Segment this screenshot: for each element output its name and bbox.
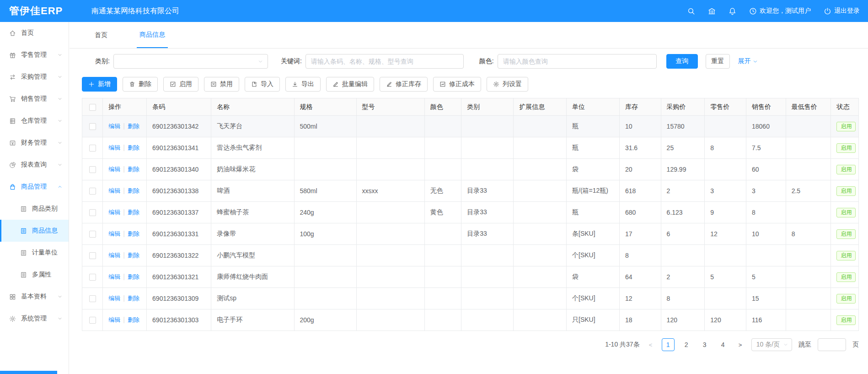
sidebar-item-measure-unit[interactable]: 计量单位 <box>0 242 69 264</box>
row-checkbox[interactable] <box>89 123 96 130</box>
stock-cell: 17 <box>619 223 661 245</box>
tab-home[interactable]: 首页 <box>92 22 110 48</box>
keyword-label: 关键词: <box>281 57 302 65</box>
sidebar-item-product[interactable]: 商品管理 <box>0 176 69 198</box>
bell-icon[interactable] <box>729 7 736 15</box>
delete-link[interactable]: 删除 <box>128 123 139 130</box>
add-button[interactable]: 新增 <box>82 77 117 92</box>
disable-button[interactable]: 禁用 <box>204 77 239 92</box>
trash-icon <box>129 81 135 87</box>
tab-product-info[interactable]: 商品信息 <box>137 22 168 48</box>
row-checkbox-cell <box>82 223 103 245</box>
edit-link[interactable]: 编辑 <box>108 144 120 151</box>
search-button[interactable]: 查询 <box>666 54 698 69</box>
sidebar-item-finance[interactable]: 财务管理 <box>0 132 69 154</box>
link-divider: | <box>123 316 125 323</box>
sidebar-item-product-category[interactable]: 商品类别 <box>0 198 69 220</box>
delete-link[interactable]: 删除 <box>128 187 139 194</box>
import-button[interactable]: 导入 <box>245 77 280 92</box>
keyword-input[interactable] <box>305 54 464 69</box>
select-all-checkbox[interactable] <box>89 104 96 111</box>
batch-edit-button[interactable]: 批量编辑 <box>326 77 374 92</box>
delete-link[interactable]: 删除 <box>128 295 139 302</box>
search-icon[interactable] <box>687 7 695 15</box>
sidebar-item-purchase[interactable]: 采购管理 <box>0 66 69 88</box>
min-cell <box>786 159 831 180</box>
delete-link[interactable]: 删除 <box>128 230 139 237</box>
edit-link[interactable]: 编辑 <box>108 295 120 302</box>
page-number-3[interactable]: 3 <box>698 338 711 351</box>
chevron-down-icon <box>58 316 62 321</box>
sidebar-item-system[interactable]: 系统管理 <box>0 308 69 330</box>
jump-suffix: 页 <box>852 341 859 349</box>
page-number-4[interactable]: 4 <box>717 338 729 351</box>
name-cell: 小鹏汽车模型 <box>211 245 294 266</box>
enable-button[interactable]: 启用 <box>163 77 198 92</box>
delete-link[interactable]: 删除 <box>128 316 139 323</box>
delete-link[interactable]: 删除 <box>128 273 139 280</box>
swap-icon <box>9 74 16 81</box>
edit-link[interactable]: 编辑 <box>108 187 120 194</box>
page-size-select[interactable]: 10 条/页 <box>751 338 792 351</box>
sale-cell: 60 <box>746 159 786 180</box>
row-checkbox[interactable] <box>89 295 96 302</box>
row-checkbox[interactable] <box>89 252 96 259</box>
edit-link[interactable]: 编辑 <box>108 316 120 323</box>
delete-link[interactable]: 删除 <box>128 252 139 259</box>
edit-link[interactable]: 编辑 <box>108 252 120 259</box>
bank-icon[interactable] <box>708 7 716 15</box>
category-select[interactable] <box>113 54 268 69</box>
reset-button[interactable]: 重置 <box>706 54 730 69</box>
delete-link[interactable]: 删除 <box>128 144 139 151</box>
barcode-cell: 6901236301338 <box>147 180 211 202</box>
column-settings-button[interactable]: 列设置 <box>487 77 528 92</box>
next-page-button[interactable]: > <box>736 341 745 348</box>
edit-link[interactable]: 编辑 <box>108 123 120 130</box>
model-cell <box>356 288 424 309</box>
delete-button[interactable]: 删除 <box>123 77 158 92</box>
edit-link[interactable]: 编辑 <box>108 273 120 280</box>
model-cell <box>356 159 424 180</box>
expand-link[interactable]: 展开 <box>738 57 758 65</box>
row-checkbox[interactable] <box>89 166 96 173</box>
welcome-user[interactable]: 欢迎您，测试用户 <box>749 7 811 15</box>
adjust-stock-icon <box>386 81 392 87</box>
jump-page-input[interactable] <box>818 338 846 351</box>
sidebar-item-retail[interactable]: 零售管理 <box>0 44 69 66</box>
page-number-1[interactable]: 1 <box>662 338 675 351</box>
page-number-2[interactable]: 2 <box>680 338 693 351</box>
delete-link[interactable]: 删除 <box>128 166 139 173</box>
color-input[interactable] <box>498 54 657 69</box>
column-header: 单位 <box>567 98 620 116</box>
stock-cell: 31.6 <box>619 137 661 159</box>
edit-link[interactable]: 编辑 <box>108 230 120 237</box>
sidebar-item-basic-data[interactable]: 基本资料 <box>0 286 69 308</box>
logout-button[interactable]: 退出登录 <box>824 7 860 15</box>
row-checkbox[interactable] <box>89 317 96 324</box>
row-checkbox[interactable] <box>89 188 96 195</box>
min-cell <box>786 116 831 137</box>
row-checkbox[interactable] <box>89 209 96 216</box>
sidebar-item-home[interactable]: 首页 <box>0 22 69 44</box>
column-header: 名称 <box>211 98 294 116</box>
sidebar-item-report[interactable]: 报表查询 <box>0 154 69 176</box>
sidebar-item-sales[interactable]: 销售管理 <box>0 88 69 110</box>
edit-link[interactable]: 编辑 <box>108 209 120 216</box>
fix-stock-button[interactable]: 修正库存 <box>380 77 428 92</box>
row-checkbox[interactable] <box>89 274 96 281</box>
sidebar-item-product-info[interactable]: 商品信息 <box>0 220 69 242</box>
sidebar-item-label: 仓库管理 <box>21 117 58 125</box>
unit-cell: 个[SKU] <box>567 245 620 266</box>
sidebar-item-label: 零售管理 <box>21 51 58 59</box>
sidebar-item-multi-attribute[interactable]: 多属性 <box>0 264 69 286</box>
delete-link[interactable]: 删除 <box>128 209 139 216</box>
edit-link[interactable]: 编辑 <box>108 166 120 173</box>
fix-cost-button[interactable]: 修正成本 <box>433 77 481 92</box>
operation-cell: 编辑|删除 <box>103 159 147 180</box>
prev-page-button[interactable]: < <box>646 341 655 348</box>
row-checkbox[interactable] <box>89 231 96 238</box>
export-button[interactable]: 导出 <box>285 77 321 92</box>
chevron-down-icon <box>58 119 62 123</box>
sidebar-item-warehouse[interactable]: 仓库管理 <box>0 110 69 132</box>
row-checkbox[interactable] <box>89 145 96 152</box>
